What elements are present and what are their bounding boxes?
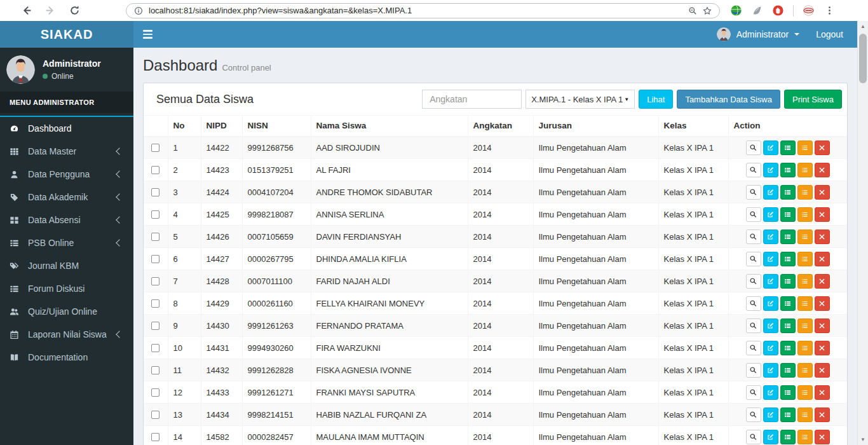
report-button[interactable]	[797, 385, 813, 400]
view-button[interactable]	[746, 363, 761, 378]
report-button[interactable]	[797, 430, 813, 444]
sidebar-item-documentation[interactable]: Documentation	[0, 346, 133, 369]
row-checkbox[interactable]	[151, 233, 159, 241]
row-checkbox[interactable]	[151, 144, 159, 152]
delete-button[interactable]	[815, 385, 830, 400]
report-button[interactable]	[797, 252, 813, 266]
edit-button[interactable]	[763, 430, 778, 444]
view-button[interactable]	[746, 430, 761, 444]
row-checkbox[interactable]	[151, 366, 159, 374]
bookmark-star-icon[interactable]	[703, 6, 712, 15]
report-button[interactable]	[797, 185, 813, 200]
report-button[interactable]	[797, 274, 813, 289]
scroll-up-icon[interactable]: ▲	[858, 21, 868, 32]
detail-button[interactable]	[780, 318, 796, 333]
window-scrollbar[interactable]: ▲ ▼	[857, 21, 868, 445]
edit-button[interactable]	[763, 163, 778, 177]
edit-button[interactable]	[763, 207, 778, 222]
delete-button[interactable]	[815, 163, 830, 177]
view-button[interactable]	[746, 296, 761, 311]
row-checkbox[interactable]	[151, 166, 159, 174]
shark-extension-icon[interactable]	[751, 4, 763, 17]
detail-button[interactable]	[780, 185, 796, 200]
row-checkbox[interactable]	[151, 255, 159, 263]
brand-logo[interactable]: SIAKAD	[0, 21, 133, 48]
sidebar-item-data-pengguna[interactable]: Data Pengguna	[0, 163, 133, 186]
sidebar-toggle-icon[interactable]	[133, 21, 161, 48]
row-checkbox[interactable]	[151, 210, 159, 219]
sidebar-user-status[interactable]: Online	[43, 72, 101, 81]
user-dropdown[interactable]: Administrator	[717, 27, 799, 41]
view-button[interactable]	[746, 185, 761, 200]
browser-back-button[interactable]	[14, 2, 38, 20]
print-siswa-button[interactable]: Print Siswa	[784, 90, 842, 109]
delete-button[interactable]	[815, 252, 830, 266]
zoom-out-icon[interactable]	[688, 6, 697, 15]
delete-button[interactable]	[815, 430, 830, 444]
tambah-data-siswa-button[interactable]: Tambahkan Data Siswa	[677, 90, 780, 109]
delete-button[interactable]	[815, 140, 830, 155]
row-checkbox[interactable]	[151, 388, 159, 397]
detail-button[interactable]	[780, 363, 796, 378]
row-checkbox[interactable]	[151, 411, 159, 419]
report-button[interactable]	[797, 296, 813, 311]
delete-button[interactable]	[815, 363, 830, 378]
kelas-select[interactable]: X.MIPA.1 - Kelas X IPA 1 ▼	[526, 90, 635, 109]
report-button[interactable]	[797, 229, 813, 244]
view-button[interactable]	[746, 274, 761, 289]
detail-button[interactable]	[780, 207, 796, 222]
view-button[interactable]	[746, 163, 761, 177]
browser-menu-icon[interactable]	[824, 4, 836, 17]
detail-button[interactable]	[780, 140, 796, 155]
delete-button[interactable]	[815, 407, 830, 422]
row-checkbox[interactable]	[151, 344, 159, 352]
delete-button[interactable]	[815, 274, 830, 289]
view-button[interactable]	[746, 140, 761, 155]
badge-extension-icon[interactable]	[803, 4, 815, 17]
sidebar-item-journal-kbm[interactable]: Journal KBM	[0, 254, 133, 277]
edit-button[interactable]	[763, 385, 778, 400]
view-button[interactable]	[746, 229, 761, 244]
sidebar-item-data-akademik[interactable]: Data Akademik	[0, 186, 133, 209]
detail-button[interactable]	[780, 341, 796, 355]
sidebar-item-laporan-nilai-siswa[interactable]: Laporan Nilai Siswa	[0, 323, 133, 346]
report-button[interactable]	[797, 207, 813, 222]
delete-button[interactable]	[815, 341, 830, 355]
report-button[interactable]	[797, 407, 813, 422]
detail-button[interactable]	[780, 430, 796, 444]
detail-button[interactable]	[780, 163, 796, 177]
scrollbar-thumb[interactable]	[859, 34, 867, 83]
sidebar-item-dashboard[interactable]: Dashboard	[0, 117, 133, 140]
detail-button[interactable]	[780, 274, 796, 289]
address-bar[interactable]: localhost:81/siakad/index.php?view=siswa…	[126, 3, 720, 18]
angkatan-input[interactable]	[422, 90, 522, 109]
sidebar-item-data-absensi[interactable]: Data Absensi	[0, 209, 133, 231]
idm-extension-icon[interactable]	[730, 4, 742, 17]
detail-button[interactable]	[780, 385, 796, 400]
detail-button[interactable]	[780, 407, 796, 422]
edit-button[interactable]	[763, 274, 778, 289]
edit-button[interactable]	[763, 363, 778, 378]
sidebar-item-data-master[interactable]: Data Master	[0, 140, 133, 163]
view-button[interactable]	[746, 341, 761, 355]
report-button[interactable]	[797, 140, 813, 155]
row-checkbox[interactable]	[151, 322, 159, 330]
logout-link[interactable]: Logout	[816, 29, 843, 39]
report-button[interactable]	[797, 163, 813, 177]
sidebar-item-psb-online[interactable]: PSB Online	[0, 231, 133, 254]
report-button[interactable]	[797, 318, 813, 333]
report-button[interactable]	[797, 341, 813, 355]
delete-button[interactable]	[815, 229, 830, 244]
delete-button[interactable]	[815, 296, 830, 311]
edit-button[interactable]	[763, 252, 778, 266]
view-button[interactable]	[746, 252, 761, 266]
view-button[interactable]	[746, 407, 761, 422]
view-button[interactable]	[746, 318, 761, 333]
browser-refresh-button[interactable]	[62, 2, 86, 20]
adblock-hand-icon[interactable]	[772, 4, 784, 17]
edit-button[interactable]	[763, 407, 778, 422]
edit-button[interactable]	[763, 341, 778, 355]
sidebar-item-quiz-ujian-online[interactable]: Quiz/Ujian Online	[0, 300, 133, 323]
edit-button[interactable]	[763, 140, 778, 155]
edit-button[interactable]	[763, 296, 778, 311]
